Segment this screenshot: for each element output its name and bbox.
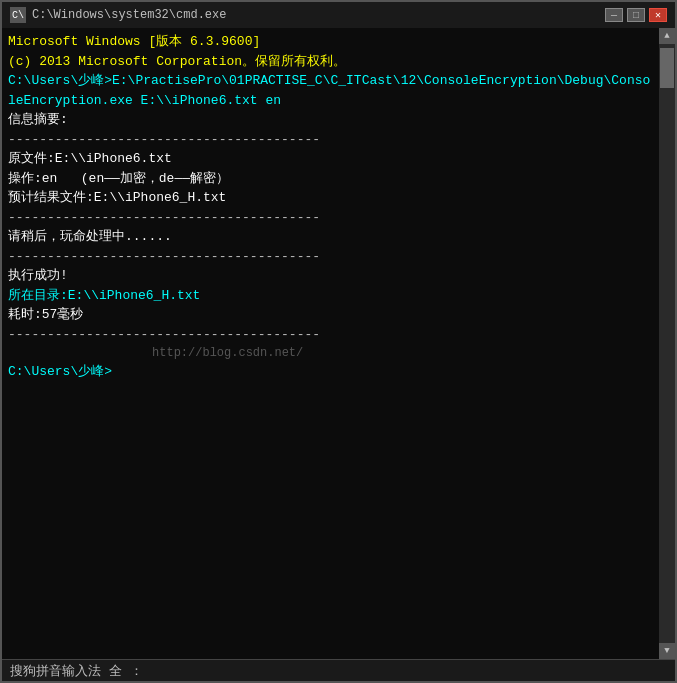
scrollbar-up-button[interactable]: ▲ — [659, 28, 675, 44]
terminal-line: 所在目录:E:\\iPhone6_H.txt — [8, 286, 653, 306]
terminal-line: (c) 2013 Microsoft Corporation。保留所有权利。 — [8, 52, 653, 72]
status-bar: 搜狗拼音输入法 全 ： — [2, 659, 675, 681]
scrollbar[interactable]: ▲ ▼ — [659, 28, 675, 659]
close-button[interactable]: ✕ — [649, 8, 667, 22]
window-title: C:\Windows\system32\cmd.exe — [32, 8, 226, 22]
terminal-line: 耗时:57毫秒 — [8, 305, 653, 325]
cmd-window: C\ C:\Windows\system32\cmd.exe — □ ✕ Mic… — [0, 0, 677, 683]
scrollbar-thumb[interactable] — [660, 48, 674, 88]
terminal-line: ---------------------------------------- — [8, 247, 653, 267]
terminal-line: C:\Users\少峰> — [8, 362, 653, 382]
title-buttons: — □ ✕ — [605, 8, 667, 22]
terminal-line: Microsoft Windows [版本 6.3.9600] — [8, 32, 653, 52]
terminal-area[interactable]: Microsoft Windows [版本 6.3.9600](c) 2013 … — [2, 28, 659, 659]
terminal-line: ---------------------------------------- — [8, 325, 653, 345]
terminal-line: 请稍后，玩命处理中...... — [8, 227, 653, 247]
terminal-line: 信息摘要: — [8, 110, 653, 130]
terminal-line: C:\Users\少峰>E:\PractisePro\01PRACTISE_C\… — [8, 71, 653, 110]
scrollbar-track[interactable] — [659, 44, 675, 643]
terminal-line: 原文件:E:\\iPhone6.txt — [8, 149, 653, 169]
title-bar-left: C\ C:\Windows\system32\cmd.exe — [10, 7, 226, 23]
terminal-line: ---------------------------------------- — [8, 130, 653, 150]
cmd-body: Microsoft Windows [版本 6.3.9600](c) 2013 … — [2, 28, 675, 659]
terminal-line: ---------------------------------------- — [8, 208, 653, 228]
window-icon: C\ — [10, 7, 26, 23]
status-text: 搜狗拼音输入法 全 ： — [10, 662, 143, 680]
terminal-line: http://blog.csdn.net/ — [8, 344, 653, 362]
minimize-button[interactable]: — — [605, 8, 623, 22]
terminal-line: 预计结果文件:E:\\iPhone6_H.txt — [8, 188, 653, 208]
scrollbar-down-button[interactable]: ▼ — [659, 643, 675, 659]
maximize-button[interactable]: □ — [627, 8, 645, 22]
terminal-line: 执行成功! — [8, 266, 653, 286]
terminal-line: 操作:en (en——加密，de——解密） — [8, 169, 653, 189]
title-bar: C\ C:\Windows\system32\cmd.exe — □ ✕ — [2, 2, 675, 28]
